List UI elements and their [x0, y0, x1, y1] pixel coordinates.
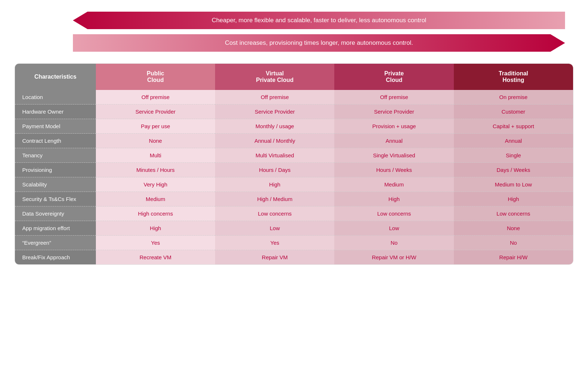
- row-cell: Repair H/W: [454, 250, 573, 265]
- row-cell: Single: [454, 148, 573, 163]
- row-cell: High / Medium: [215, 192, 334, 206]
- header-private-cloud: PrivateCloud: [334, 64, 453, 90]
- row-cell: Low concerns: [454, 206, 573, 221]
- row-label: Tenancy: [15, 148, 96, 163]
- left-arrow-text: Cheaper, more flexible and scalable, fas…: [212, 17, 427, 24]
- row-cell: Capital + support: [454, 119, 573, 134]
- header-public-cloud-label: PublicCloud: [147, 70, 164, 83]
- row-cell: Low concerns: [215, 206, 334, 221]
- row-cell: No: [334, 236, 453, 250]
- row-cell: Repair VM: [215, 250, 334, 265]
- header-traditional-hosting: TraditionalHosting: [454, 64, 573, 90]
- row-cell: Yes: [215, 236, 334, 250]
- row-cell: Multi Virtualised: [215, 148, 334, 163]
- row-cell: Provision + usage: [334, 119, 453, 134]
- row-cell: Recreate VM: [96, 250, 215, 265]
- row-cell: Customer: [454, 105, 573, 119]
- row-cell: Monthly / usage: [215, 119, 334, 134]
- row-cell: Off premise: [215, 90, 334, 105]
- row-cell: Minutes / Hours: [96, 163, 215, 177]
- row-cell: On premise: [454, 90, 573, 105]
- row-cell: Low: [215, 221, 334, 236]
- row-cell: None: [96, 134, 215, 148]
- row-label: Hardware Owner: [15, 105, 96, 119]
- header-characteristics: Characteristics: [15, 64, 96, 90]
- left-arrow-row: Cheaper, more flexible and scalable, fas…: [73, 11, 573, 30]
- row-cell: Low: [334, 221, 453, 236]
- row-label: App migration effort: [15, 221, 96, 236]
- row-cell: Off premise: [334, 90, 453, 105]
- header-private-label: PrivateCloud: [384, 70, 404, 83]
- row-cell: Service Provider: [334, 105, 453, 119]
- row-cell: Service Provider: [215, 105, 334, 119]
- table-row: Contract LengthNoneAnnual / MonthlyAnnua…: [15, 134, 573, 148]
- header-virtual-private-cloud: VirtualPrivate Cloud: [215, 64, 334, 90]
- row-label: Security & Ts&Cs Flex: [15, 192, 96, 206]
- row-cell: No: [454, 236, 573, 250]
- left-arrow: Cheaper, more flexible and scalable, fas…: [73, 12, 565, 29]
- header-public-cloud: PublicCloud: [96, 64, 215, 90]
- row-cell: Medium: [96, 192, 215, 206]
- row-cell: Yes: [96, 236, 215, 250]
- row-cell: Multi: [96, 148, 215, 163]
- table-row: “Evergreen”YesYesNoNo: [15, 236, 573, 250]
- row-cell: Off premise: [96, 90, 215, 105]
- table-row: ProvisioningMinutes / HoursHours / DaysH…: [15, 163, 573, 177]
- table-row: TenancyMultiMulti VirtualisedSingle Virt…: [15, 148, 573, 163]
- table-row: Hardware OwnerService ProviderService Pr…: [15, 105, 573, 119]
- row-label: Scalability: [15, 177, 96, 192]
- row-cell: High: [334, 192, 453, 206]
- row-cell: Hours / Days: [215, 163, 334, 177]
- row-label: Provisioning: [15, 163, 96, 177]
- table-header-row: Characteristics PublicCloud VirtualPriva…: [15, 64, 573, 90]
- row-cell: Annual: [454, 134, 573, 148]
- comparison-table: Characteristics PublicCloud VirtualPriva…: [15, 64, 573, 264]
- row-label: Break/Fix Approach: [15, 250, 96, 265]
- table-row: App migration effortHighLowLowNone: [15, 221, 573, 236]
- row-cell: Pay per use: [96, 119, 215, 134]
- row-cell: Single Virtualised: [334, 148, 453, 163]
- table-row: Payment ModelPay per useMonthly / usageP…: [15, 119, 573, 134]
- table-row: Break/Fix ApproachRecreate VMRepair VMRe…: [15, 250, 573, 265]
- row-cell: Medium to Low: [454, 177, 573, 192]
- header-traditional-label: TraditionalHosting: [499, 70, 528, 83]
- row-cell: High: [96, 221, 215, 236]
- header-virtual-label: VirtualPrivate Cloud: [256, 70, 293, 83]
- table-row: LocationOff premiseOff premiseOff premis…: [15, 90, 573, 105]
- comparison-table-container: Characteristics PublicCloud VirtualPriva…: [15, 63, 573, 265]
- row-cell: Low concerns: [334, 206, 453, 221]
- row-cell: None: [454, 221, 573, 236]
- row-label: Payment Model: [15, 119, 96, 134]
- row-label: Data Sovereignty: [15, 206, 96, 221]
- row-cell: Days / Weeks: [454, 163, 573, 177]
- row-label: Contract Length: [15, 134, 96, 148]
- row-cell: Medium: [334, 177, 453, 192]
- table-row: ScalabilityVery HighHighMediumMedium to …: [15, 177, 573, 192]
- row-cell: High: [454, 192, 573, 206]
- arrows-section: Cheaper, more flexible and scalable, fas…: [15, 11, 573, 52]
- row-cell: Annual: [334, 134, 453, 148]
- row-cell: Very High: [96, 177, 215, 192]
- table-row: Security & Ts&Cs FlexMediumHigh / Medium…: [15, 192, 573, 206]
- row-label: Location: [15, 90, 96, 105]
- row-cell: Hours / Weeks: [334, 163, 453, 177]
- row-label: “Evergreen”: [15, 236, 96, 250]
- table-row: Data SovereigntyHigh concernsLow concern…: [15, 206, 573, 221]
- row-cell: Repair VM or H/W: [334, 250, 453, 265]
- right-arrow-text: Cost increases, provisioning times longe…: [225, 39, 413, 47]
- row-cell: Annual / Monthly: [215, 134, 334, 148]
- right-arrow: Cost increases, provisioning times longe…: [73, 34, 565, 52]
- row-cell: High concerns: [96, 206, 215, 221]
- table-body: LocationOff premiseOff premiseOff premis…: [15, 90, 573, 264]
- row-cell: Service Provider: [96, 105, 215, 119]
- right-arrow-row: Cost increases, provisioning times longe…: [73, 34, 573, 52]
- row-cell: High: [215, 177, 334, 192]
